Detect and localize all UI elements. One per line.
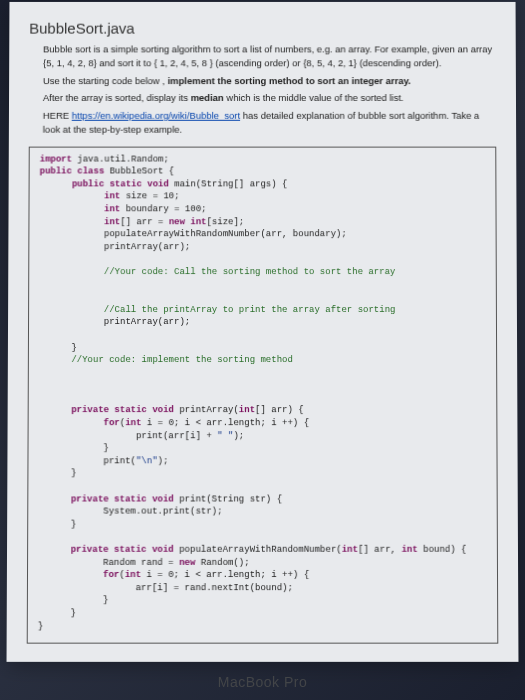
instructions-block: Bubble sort is a simple sorting algorith… xyxy=(43,42,496,136)
instruction-line: After the array is sorted, display its m… xyxy=(43,91,496,105)
document-page: BubbleSort.java Bubble sort is a simple … xyxy=(7,2,519,662)
instruction-line: Use the starting code below , implement … xyxy=(43,74,496,88)
code-block: import java.util.Random; public class Bu… xyxy=(27,146,499,644)
code-content: import java.util.Random; public class Bu… xyxy=(38,153,487,633)
instruction-line: Bubble sort is a simple sorting algorith… xyxy=(43,42,496,69)
wikipedia-link[interactable]: https://en.wikipedia.org/wiki/Bubble_sor… xyxy=(72,110,240,121)
page-title: BubbleSort.java xyxy=(29,20,496,37)
instruction-line: HERE https://en.wikipedia.org/wiki/Bubbl… xyxy=(43,109,496,136)
device-label: MacBook Pro xyxy=(0,674,525,690)
